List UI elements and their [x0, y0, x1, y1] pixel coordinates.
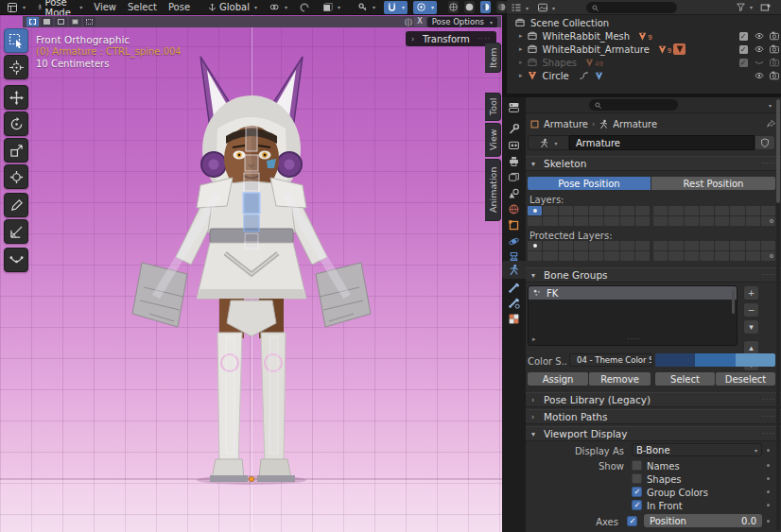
- properties-search-input[interactable]: [589, 99, 678, 111]
- sidebar-tab-item[interactable]: Item: [485, 43, 501, 73]
- assign-button[interactable]: Assign: [528, 372, 588, 386]
- display-as-dropdown[interactable]: B-Bone ▾: [632, 443, 762, 456]
- keying-dropdown[interactable]: ▾: [355, 1, 378, 14]
- sidebar-tab-animation[interactable]: Animation: [485, 159, 501, 221]
- tab-bone-constraints[interactable]: [502, 295, 526, 311]
- animate-dot[interactable]: [767, 520, 770, 523]
- tool-pose-breakdowner[interactable]: [4, 248, 28, 272]
- tab-output[interactable]: [502, 153, 526, 169]
- layer-cell-marker[interactable]: [761, 216, 775, 226]
- tab-view-layer[interactable]: [502, 169, 526, 185]
- proportional-falloff-button[interactable]: [296, 1, 313, 14]
- panel-header-bone-groups[interactable]: ▾ Bone Groups ····: [526, 267, 781, 283]
- select-mode-subtract[interactable]: [55, 17, 67, 26]
- disclosure-icon[interactable]: ▸: [519, 59, 523, 66]
- hide-viewport-toggle[interactable]: [754, 70, 765, 81]
- mode-selector[interactable]: Pose Mode ▾: [34, 1, 85, 14]
- panel-header-skeleton[interactable]: ▾ Skeleton ····: [526, 156, 781, 171]
- disable-render-toggle[interactable]: [769, 57, 780, 68]
- select-mode-set[interactable]: [26, 17, 39, 26]
- select-mode-intersect[interactable]: [83, 17, 95, 26]
- pose-position-button[interactable]: Pose Position: [528, 177, 651, 190]
- color-set-dropdown[interactable]: 04 - Theme Color Set ▾: [569, 353, 652, 367]
- snap-target-dropdown[interactable]: ▾: [319, 1, 343, 14]
- tab-object[interactable]: [502, 217, 526, 233]
- outliner-row-scene-collection[interactable]: Scene Collection: [507, 16, 781, 29]
- drag-grip[interactable]: ····: [762, 160, 775, 168]
- tool-move[interactable]: [4, 85, 28, 110]
- list-resize-grip[interactable]: ····: [627, 335, 640, 344]
- tab-object-data-armature[interactable]: [502, 261, 526, 279]
- deselect-button[interactable]: Deselect: [716, 372, 775, 386]
- editor-type-button[interactable]: ▾: [4, 1, 28, 14]
- color-select-swatch[interactable]: [695, 353, 735, 367]
- tab-world[interactable]: [502, 201, 526, 217]
- tab-physics[interactable]: [502, 233, 526, 249]
- properties-scrollbar[interactable]: [776, 99, 780, 530]
- fake-user-button[interactable]: [755, 135, 775, 150]
- pin-icon[interactable]: [766, 119, 776, 129]
- disable-render-toggle[interactable]: [769, 70, 780, 81]
- snap-toggle[interactable]: ▾: [384, 1, 408, 14]
- tool-select-box[interactable]: [4, 28, 28, 53]
- animate-dot[interactable]: [767, 477, 770, 480]
- tab-render[interactable]: [502, 137, 526, 153]
- outliner-row-shapes[interactable]: ▸ Shapes 49 ✓: [507, 56, 781, 69]
- mirror-x-toggle[interactable]: X: [414, 17, 425, 26]
- shading-rendered-button[interactable]: [496, 1, 507, 13]
- scrollbar-thumb[interactable]: [776, 99, 780, 203]
- color-active-swatch[interactable]: [736, 353, 775, 367]
- disclosure-icon[interactable]: ▸: [519, 45, 523, 53]
- select-button[interactable]: Select: [655, 372, 715, 386]
- protected-layers-grid-right[interactable]: [653, 241, 775, 261]
- tool-cursor[interactable]: [4, 55, 28, 79]
- protected-cell-active[interactable]: [528, 241, 542, 250]
- sidebar-tab-tool[interactable]: Tool: [485, 93, 501, 121]
- drag-grip[interactable]: ····: [762, 396, 775, 404]
- outliner-search-input[interactable]: [586, 2, 677, 13]
- tab-bone[interactable]: [502, 280, 526, 296]
- datablock-name-field[interactable]: Armature: [569, 135, 755, 150]
- disable-render-toggle[interactable]: [769, 30, 780, 42]
- group-colors-checkbox[interactable]: [632, 487, 642, 497]
- drag-grip[interactable]: ····: [762, 271, 775, 280]
- remove-bone-group-button[interactable]: −: [743, 302, 759, 317]
- add-bone-group-button[interactable]: +: [743, 285, 759, 300]
- pose-options-dropdown[interactable]: Pose Options ▾: [427, 17, 497, 27]
- tab-scene[interactable]: [502, 185, 526, 201]
- menu-select[interactable]: Select: [125, 2, 160, 12]
- show-names-checkbox[interactable]: [632, 460, 642, 471]
- bone-group-specials-button[interactable]: ▾: [743, 319, 759, 335]
- outliner-row-whiterabbit-armature[interactable]: ▸ WhiteRabbit_Armature 9 ✓: [507, 43, 781, 56]
- drag-grip[interactable]: ····: [762, 413, 775, 421]
- shading-wireframe-button[interactable]: [448, 1, 459, 13]
- select-mode-extend[interactable]: [41, 17, 53, 26]
- tool-scale[interactable]: [4, 138, 28, 163]
- hide-viewport-toggle[interactable]: [754, 30, 765, 42]
- viewport-3d[interactable]: ⟨|⟩ X Pose Options ▾ Front Orthographic …: [0, 15, 502, 532]
- rest-position-button[interactable]: Rest Position: [651, 177, 775, 190]
- select-mode-invert[interactable]: [69, 17, 81, 26]
- outliner-filter-id-dropdown[interactable]: ▾: [537, 2, 555, 13]
- disable-render-toggle[interactable]: [769, 43, 780, 55]
- in-front-checkbox[interactable]: [632, 500, 642, 510]
- outliner-row-whiterabbit-mesh[interactable]: ▸ WhiteRabbit_Mesh 9 ✓: [507, 29, 781, 43]
- menu-pose[interactable]: Pose: [165, 2, 193, 12]
- panel-header-motion-paths[interactable]: › Motion Paths ····: [526, 409, 781, 424]
- list-scrollbar[interactable]: [732, 289, 735, 314]
- tab-texture[interactable]: [502, 311, 526, 327]
- remove-button[interactable]: Remove: [589, 372, 651, 386]
- tool-annotate[interactable]: [4, 193, 28, 217]
- tool-measure[interactable]: [4, 219, 28, 244]
- selectable-checkbox[interactable]: ✓: [738, 57, 749, 68]
- bone-group-row-fk[interactable]: FK: [529, 286, 737, 300]
- color-normal-swatch[interactable]: [655, 353, 695, 367]
- sidebar-tab-view[interactable]: View: [485, 123, 501, 157]
- breadcrumb-data[interactable]: Armature: [613, 119, 657, 129]
- protected-layers-grid-left[interactable]: [528, 241, 650, 261]
- selectable-checkbox[interactable]: ✓: [738, 43, 749, 55]
- new-collection-button[interactable]: [760, 2, 772, 13]
- animate-dot[interactable]: [767, 464, 770, 467]
- disclosure-icon[interactable]: ▸: [519, 72, 523, 79]
- animate-dot[interactable]: [767, 504, 770, 506]
